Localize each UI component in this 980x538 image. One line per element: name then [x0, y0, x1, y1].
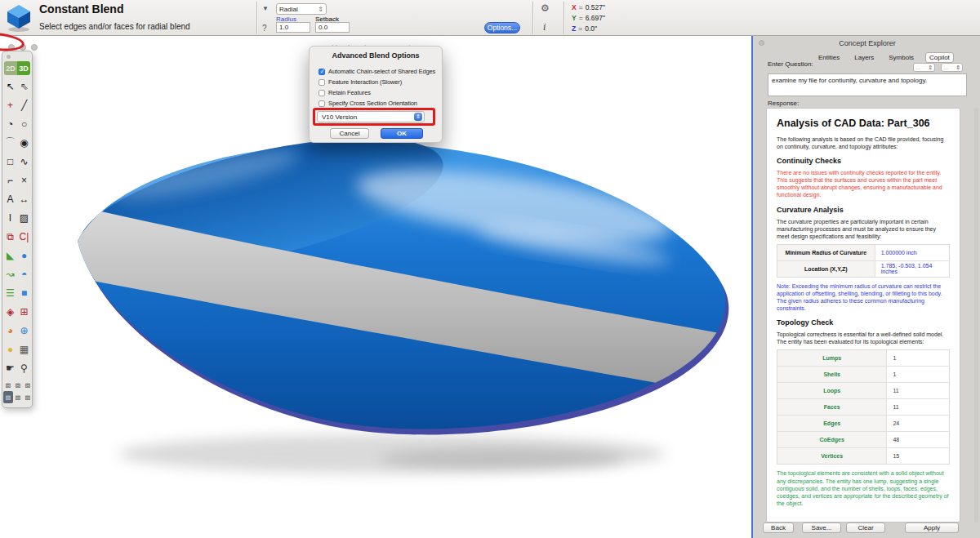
table-row-value: 11	[887, 399, 949, 415]
tool-subtitle: Select edges and/or faces for radial ble…	[39, 22, 190, 31]
x-coordinate: X=0.527"	[572, 2, 605, 13]
spline-tool[interactable]: ∿	[17, 152, 31, 171]
render-tool[interactable]: ●	[3, 340, 17, 358]
surface-tool[interactable]: ◣	[3, 246, 17, 265]
tool-mini-column: ▼ ?	[260, 0, 273, 36]
divider	[256, 2, 257, 34]
rectangle-tool[interactable]: □	[3, 152, 17, 171]
dialog-checkbox-row[interactable]: Retain Features	[318, 87, 435, 98]
select-tool[interactable]: ↖	[3, 77, 17, 96]
mode-switch[interactable]: 2D 3D	[4, 61, 30, 75]
response-label: Response:	[768, 100, 799, 107]
view-cube-5[interactable]: ⧈	[13, 391, 23, 403]
combo-placeholder: ...	[915, 64, 920, 70]
dialog-checkbox-row[interactable]: Automatic Chain-select of Shared Edges	[318, 66, 435, 77]
centerline-tool[interactable]: I	[3, 208, 17, 227]
dialog-checkbox-row[interactable]: Feature Interaction (Slower)	[318, 77, 435, 87]
table-row: Shells 1	[777, 367, 949, 383]
table-row: Location (X,Y,Z) 1.785, -0.503, 1.054 in…	[777, 261, 949, 277]
ellipse-tool[interactable]: ◉	[17, 133, 31, 152]
options-button[interactable]: Options...	[484, 22, 520, 33]
cancel-button[interactable]: Cancel	[330, 128, 369, 139]
dome-tool[interactable]: ◓	[17, 265, 31, 283]
radius-input[interactable]: 1.0	[276, 22, 310, 33]
combo-select-2[interactable]: ... ⇕	[941, 63, 963, 72]
combo-select-1[interactable]: ... ⇕	[913, 63, 935, 72]
view-cube-grid: ⧈ ⧈ ⧈ ⧈ ⧈ ⧈	[3, 379, 33, 403]
text-tool[interactable]: A	[3, 189, 17, 208]
collapse-arrow-icon[interactable]: ▼	[262, 5, 269, 12]
table-row: Vertices 15	[777, 448, 949, 464]
help-icon[interactable]: ?	[262, 24, 267, 33]
response-scrollbar[interactable]	[974, 108, 978, 522]
curvature-text: The curvature properties are particularl…	[777, 218, 950, 240]
zoom-tool[interactable]: ⚲	[17, 358, 31, 377]
view-cube-2[interactable]: ⧈	[13, 379, 23, 391]
curve-tool[interactable]: ⌒	[3, 133, 17, 152]
divider	[532, 2, 533, 34]
question-input[interactable]: examine my file for contiunity, curvatur…	[768, 73, 967, 96]
arc-tool[interactable]: ◔	[3, 114, 17, 133]
mirror-copy-tool[interactable]: ⧉	[3, 227, 17, 246]
tool-grid: ↖ ⇖ + ╱ ◔ ○ ⌒ ◉ □ ∿ ⌐ ×	[3, 77, 31, 377]
stack-surfaces-tool[interactable]: ☰	[3, 283, 17, 302]
sphere-tool[interactable]: ●	[17, 246, 31, 265]
analysis-intro: The following analysis is based on the C…	[777, 136, 950, 150]
layers[interactable]: Layers	[851, 53, 877, 62]
setback-input[interactable]: 0.0	[315, 22, 350, 33]
solid-cube-tool[interactable]: ■	[17, 283, 31, 302]
mode-2d-button[interactable]: 2D	[4, 61, 17, 75]
checkbox-icon[interactable]	[318, 69, 325, 75]
save-button[interactable]: Save...	[802, 522, 841, 533]
cross-tool[interactable]: ×	[17, 171, 31, 189]
extrude-tool[interactable]: ⊞	[17, 302, 31, 321]
entities[interactable]: Entities	[815, 53, 843, 62]
z-coordinate: Z=0.0"	[572, 24, 605, 34]
line-tool[interactable]: ╱	[17, 96, 31, 114]
continuity-heading: Continuity Checks	[777, 157, 950, 165]
table-row-value: 15	[887, 448, 949, 464]
pan-tool[interactable]: ☛	[3, 358, 17, 377]
view-cube-6[interactable]: ⧈	[23, 391, 33, 403]
blend-type-select[interactable]: Radial ⇕	[276, 3, 327, 15]
blend-tool-icon	[5, 3, 33, 33]
view-cube-1[interactable]: ⧈	[3, 379, 13, 391]
analysis-title: Analysis of CAD Data: Part_306	[777, 118, 950, 129]
apply-button[interactable]: Apply	[905, 522, 959, 533]
view-cube-4[interactable]: ⧈	[3, 391, 13, 403]
topology-table: Lumps 1 Shells 1 Loops 11 Faces	[777, 349, 950, 465]
sweep-tool[interactable]: ↝	[3, 265, 17, 283]
table-row-label: Edges	[777, 416, 887, 431]
table-row-label: Lumps	[777, 350, 887, 366]
circle-tool[interactable]: ○	[17, 114, 31, 133]
copilot[interactable]: Copilot	[925, 52, 954, 63]
point-tool[interactable]: +	[3, 96, 17, 114]
symbols[interactable]: Symbols	[885, 53, 917, 62]
select-alt-tool[interactable]: ⇖	[17, 77, 31, 96]
clear-button[interactable]: Clear	[846, 522, 885, 533]
gear-icon[interactable]: ⚙	[541, 2, 550, 14]
boolean-union-tool[interactable]: ⊕	[17, 321, 31, 340]
boolean-section-tool[interactable]: ◕	[3, 321, 17, 340]
back-button[interactable]: Back	[763, 522, 794, 533]
fillet-tool[interactable]: ⌐	[3, 171, 17, 189]
view-cube-3[interactable]: ⧈	[23, 379, 33, 391]
ok-button[interactable]: OK	[381, 128, 423, 139]
info-icon[interactable]: i	[543, 21, 546, 33]
dimension-tool[interactable]: ↔	[17, 189, 31, 208]
trim-tool[interactable]: C|	[17, 227, 31, 246]
hatch-tool[interactable]: ▨	[17, 208, 31, 227]
checkbox-label: Feature Interaction (Slower)	[328, 78, 402, 86]
palette-close-dot[interactable]	[7, 55, 11, 59]
explorer-titlebar[interactable]: Concept Explorer	[753, 38, 980, 49]
checkbox-icon[interactable]	[318, 90, 325, 96]
mode-3d-button[interactable]: 3D	[17, 61, 30, 75]
layers-tool[interactable]: ◈	[3, 302, 17, 321]
checkbox-icon[interactable]	[318, 79, 325, 86]
grid-view-tool[interactable]: ▦	[17, 340, 31, 358]
app-window: Constant Blend Select edges and/or faces…	[0, 0, 980, 538]
checkbox-label: Automatic Chain-select of Shared Edges	[328, 68, 435, 75]
table-row: Loops 11	[777, 383, 949, 399]
checkbox-icon[interactable]	[318, 100, 325, 107]
tool-palette: 2D 3D ↖ ⇖ + ╱ ◔ ○ ⌒ ◉ □ ∿	[2, 51, 33, 408]
